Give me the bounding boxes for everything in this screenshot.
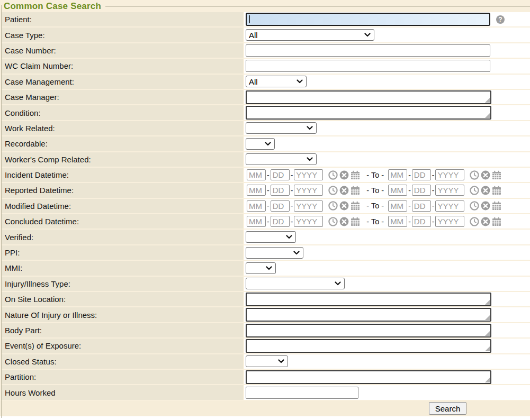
- clock-icon[interactable]: [328, 201, 338, 211]
- date-year-input[interactable]: [294, 200, 323, 212]
- date-day-input[interactable]: [412, 169, 431, 180]
- events-of-exposure-label: Event(s) of Exposure:: [2, 339, 243, 353]
- condition-textarea[interactable]: [246, 106, 491, 120]
- clock-icon[interactable]: [470, 170, 479, 180]
- mmi-select[interactable]: [246, 262, 276, 274]
- case-number-label: Case Number:: [2, 43, 243, 58]
- calendar-icon[interactable]: [492, 201, 501, 211]
- date-range-to-label: - To -: [366, 186, 384, 195]
- clear-icon[interactable]: [481, 170, 490, 180]
- resize-handle-icon[interactable]: [485, 315, 490, 320]
- clock-icon[interactable]: [470, 186, 479, 195]
- closed-status-select[interactable]: [246, 355, 288, 367]
- row-case-number: Case Number:: [2, 43, 530, 58]
- hours-worked-input[interactable]: [246, 387, 358, 399]
- panel-left-border: [1, 5, 2, 418]
- case-manager-textarea[interactable]: [246, 90, 491, 104]
- calendar-icon[interactable]: [351, 217, 360, 226]
- partition-textarea[interactable]: [246, 370, 491, 384]
- nature-of-injury-textarea[interactable]: [246, 308, 491, 322]
- date-month-input[interactable]: [247, 200, 266, 212]
- date-month-input[interactable]: [388, 200, 407, 212]
- clock-icon[interactable]: [328, 217, 338, 226]
- clear-icon[interactable]: [339, 170, 349, 180]
- row-case-management: Case Management: All: [2, 75, 530, 89]
- case-type-value: All: [249, 31, 258, 40]
- clear-icon[interactable]: [339, 217, 349, 226]
- case-type-label: Case Type:: [2, 28, 243, 42]
- calendar-icon[interactable]: [351, 170, 360, 180]
- row-nature-of-injury: Nature Of Injury or Illness:: [2, 307, 530, 322]
- on-site-location-textarea[interactable]: [246, 293, 491, 306]
- date-month-input[interactable]: [247, 216, 266, 227]
- case-number-input[interactable]: [246, 44, 490, 57]
- clock-icon[interactable]: [470, 201, 479, 211]
- row-verified: Verified:: [2, 230, 530, 244]
- clear-icon[interactable]: [481, 217, 490, 226]
- verified-label: Verified:: [2, 230, 243, 244]
- date-month-input[interactable]: [388, 185, 407, 196]
- date-month-input[interactable]: [388, 169, 407, 180]
- calendar-icon[interactable]: [492, 186, 501, 195]
- workers-comp-related-select[interactable]: [246, 153, 317, 165]
- clock-icon[interactable]: [328, 186, 338, 195]
- date-dash: -: [291, 217, 293, 226]
- resize-handle-icon[interactable]: [485, 300, 490, 305]
- verified-select[interactable]: [246, 231, 296, 243]
- incident-datetime-label: Incident Datetime:: [2, 168, 243, 182]
- injury-illness-type-select[interactable]: [246, 278, 345, 289]
- case-type-select[interactable]: All: [246, 29, 374, 41]
- work-related-select[interactable]: [246, 122, 317, 134]
- date-year-input[interactable]: [435, 169, 464, 180]
- clear-icon[interactable]: [481, 186, 490, 195]
- date-day-input[interactable]: [271, 200, 290, 212]
- date-month-input[interactable]: [247, 169, 266, 180]
- date-month-input[interactable]: [247, 185, 266, 196]
- date-year-input[interactable]: [294, 216, 323, 227]
- calendar-icon[interactable]: [492, 170, 501, 180]
- calendar-icon[interactable]: [492, 217, 501, 226]
- row-body-part: Body Part:: [2, 323, 530, 337]
- date-day-input[interactable]: [412, 216, 431, 227]
- clock-icon[interactable]: [470, 217, 479, 226]
- date-dash: -: [267, 171, 270, 179]
- wc-claim-number-input[interactable]: [246, 60, 490, 72]
- clear-icon[interactable]: [339, 186, 349, 195]
- help-icon[interactable]: ?: [496, 15, 505, 24]
- date-year-input[interactable]: [294, 169, 323, 180]
- date-year-input[interactable]: [435, 200, 464, 212]
- date-day-input[interactable]: [271, 216, 290, 227]
- resize-handle-icon[interactable]: [485, 378, 490, 382]
- clear-icon[interactable]: [481, 201, 490, 211]
- date-day-input[interactable]: [412, 185, 431, 196]
- resize-handle-icon[interactable]: [485, 113, 490, 118]
- calendar-icon[interactable]: [351, 201, 360, 211]
- date-month-input[interactable]: [388, 216, 407, 227]
- resize-handle-icon[interactable]: [485, 346, 490, 351]
- date-year-input[interactable]: [435, 185, 464, 196]
- resize-handle-icon[interactable]: [485, 331, 490, 336]
- clear-icon[interactable]: [339, 201, 349, 211]
- date-year-input[interactable]: [435, 216, 464, 227]
- patient-input[interactable]: [246, 13, 490, 26]
- case-management-select[interactable]: All: [246, 76, 307, 87]
- body-part-label: Body Part:: [2, 323, 243, 337]
- date-dash: -: [408, 217, 411, 226]
- search-button[interactable]: Search: [429, 402, 466, 415]
- row-reported-datetime: Reported Datetime: - - - To - - -: [2, 183, 530, 197]
- concluded-date-from: - -: [247, 216, 362, 227]
- date-year-input[interactable]: [294, 185, 323, 196]
- case-management-value: All: [249, 77, 258, 86]
- ppi-select[interactable]: [246, 247, 303, 259]
- date-day-input[interactable]: [271, 185, 290, 196]
- calendar-icon[interactable]: [351, 186, 360, 195]
- date-day-input[interactable]: [271, 169, 290, 180]
- resize-handle-icon[interactable]: [485, 98, 490, 103]
- date-day-input[interactable]: [412, 200, 431, 212]
- clock-icon[interactable]: [328, 170, 338, 180]
- recordable-select[interactable]: [246, 138, 275, 150]
- form-footer: Search: [0, 401, 530, 416]
- body-part-textarea[interactable]: [246, 324, 491, 337]
- events-of-exposure-textarea[interactable]: [246, 339, 491, 353]
- chevron-down-icon: [307, 126, 313, 130]
